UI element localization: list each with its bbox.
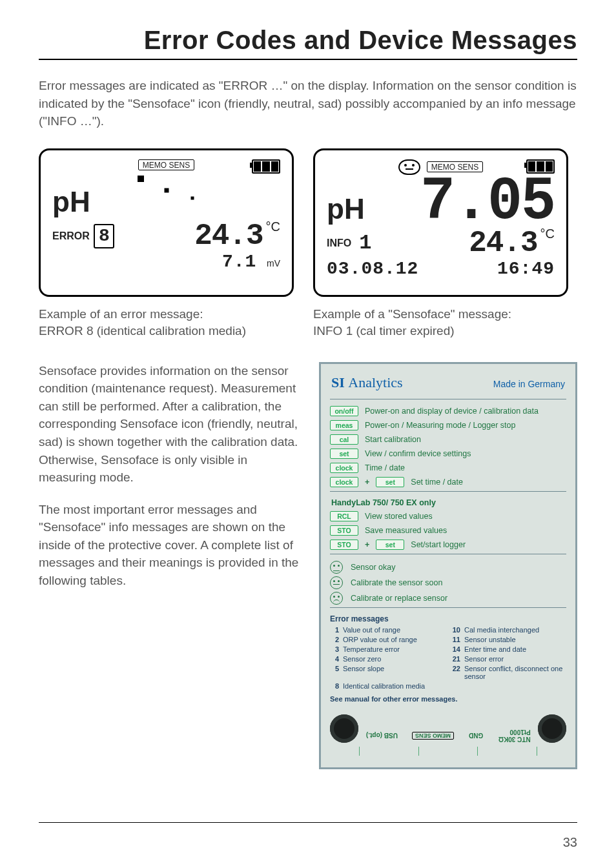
body-text: Sensoface provides information on the se… (39, 362, 300, 604)
quickref-text: View / confirm device settings (365, 449, 471, 458)
quickref-text: Save measured values (365, 526, 447, 535)
caption-left-l1: Example of an error message: (39, 307, 203, 321)
body-p1: Sensoface provides information on the se… (39, 362, 300, 487)
time-value: 16:49 (497, 259, 555, 279)
page-title: Error Codes and Device Messages (144, 26, 577, 54)
quickref-text: View stored values (365, 512, 433, 521)
foot-gnd: GND (469, 732, 483, 739)
key-chip: RCL (330, 511, 358, 521)
key-chip: STO (330, 540, 358, 550)
err-text: Sensor zero (343, 655, 445, 663)
sensoface-text: Calibrate the sensor soon (351, 578, 442, 587)
title-rule (39, 59, 577, 60)
err-text: ORP value out of range (343, 636, 445, 643)
section-handylab: HandyLab 750/ 750 EX only (331, 498, 566, 507)
err-num: 11 (449, 636, 460, 643)
jack-right (538, 714, 566, 743)
brand-prefix: SI (331, 374, 348, 390)
foot-usb: USB (opt.) (366, 732, 398, 739)
foot-ntc: NTC 30KΩ Pt1000 (498, 729, 531, 743)
quickref-row: clockTime / date (330, 463, 566, 473)
quickref-text: Time / date (365, 463, 405, 472)
quickref-row: STO+setSet/start logger (330, 540, 566, 550)
key-chip: meas (330, 420, 358, 430)
sensoface-text: Calibrate or replace sensor (351, 594, 447, 603)
err-num: 3 (330, 645, 339, 653)
key-chip: clock (330, 477, 358, 487)
quickref-text: Power-on and display of device / calibra… (365, 407, 539, 416)
err-num: 10 (449, 626, 460, 634)
caption-left: Example of an error message: ERROR 8 (id… (39, 306, 294, 340)
error-code: 8 (99, 226, 109, 246)
foot-ntc-b: Pt1000 (509, 729, 530, 736)
sensoface-text: Sensor okay (351, 563, 395, 572)
err-num: 5 (330, 665, 339, 680)
info-code: 1 (359, 231, 371, 255)
quickref-row: clock+setSet time / date (330, 477, 566, 487)
see-manual: See manual for other error messages. (330, 695, 566, 703)
sensoface-row: Calibrate the sensor soon (330, 576, 566, 589)
unit-c: °C (266, 219, 280, 234)
quickref-row: calStart calibration (330, 434, 566, 445)
err-text: Temperature error (343, 645, 445, 653)
key-chip: STO (330, 525, 358, 536)
brand-main: Analytics (348, 374, 402, 390)
foot-ntc-a: NTC 30KΩ (498, 736, 531, 743)
face-sad-icon (330, 592, 343, 605)
sensoface-row: Sensor okay (330, 561, 566, 574)
brand: SI Analytics (331, 374, 403, 391)
plus-icon: + (365, 478, 369, 487)
battery-icon (252, 159, 280, 174)
key-chip: set (376, 477, 404, 487)
made-in: Made in Germany (493, 379, 565, 389)
err-num: 14 (449, 645, 460, 653)
ph-label: pH (52, 186, 90, 218)
err-num: 4 (330, 655, 339, 663)
quickref-row: RCLView stored values (330, 511, 566, 521)
key-chip: set (376, 540, 404, 550)
footer-rule (39, 822, 577, 823)
quickref-text: Set/start logger (411, 540, 466, 549)
key-chip: on/off (330, 406, 358, 416)
sensoface-neutral-icon (398, 159, 420, 175)
ph-value: 7.05 (420, 177, 555, 227)
err-num: 2 (330, 636, 339, 643)
caption-right: Example of a "Sensoface" message: INFO 1… (313, 306, 568, 340)
err-text: Sensor unstable (464, 636, 566, 643)
info-label: INFO (327, 237, 351, 249)
err-num: 1 (330, 626, 339, 634)
quickref-row: measPower-on / Measuring mode / Logger s… (330, 420, 566, 430)
foot-memosens: MEMO SENS (412, 732, 454, 740)
err-text: Sensor error (464, 655, 566, 663)
err-text: Value out of range (343, 626, 445, 634)
unit-mv: mV (267, 258, 280, 268)
err-text: Cal media interchanged (464, 626, 566, 634)
err-num: 21 (449, 655, 460, 663)
error-label: ERROR (52, 230, 90, 242)
intro-paragraph: Error messages are indicated as "ERROR …… (39, 77, 577, 130)
quickref-row: setView / confirm device settings (330, 449, 566, 459)
lcd-sensoface-example: MEMO SENS pH 7.05 INFO 1 24.3°C (313, 148, 568, 297)
quickref-text: Set time / date (411, 478, 463, 487)
ph-label: pH (327, 193, 365, 225)
memosens-badge: MEMO SENS (138, 159, 194, 170)
trend-dots (52, 176, 280, 182)
caption-right-l1: Example of a "Sensoface" message: (313, 307, 511, 321)
quickref-text: Power-on / Measuring mode / Logger stop (365, 421, 515, 430)
sensoface-row: Calibrate or replace sensor (330, 592, 566, 605)
jack-left (330, 714, 358, 743)
face-neut-icon (330, 576, 343, 589)
face-happy-icon (330, 561, 343, 574)
key-chip: cal (330, 434, 358, 445)
quickref-row: on/offPower-on and display of device / c… (330, 406, 566, 416)
err-num: 22 (449, 665, 460, 680)
date-value: 03.08.12 (327, 259, 418, 279)
plus-icon: + (365, 540, 369, 549)
mv-value: 7.1 (222, 252, 256, 272)
err-text: Sensor slope (343, 665, 445, 680)
err-text: Sensor conflict, disconnect one sensor (464, 665, 566, 680)
page-number: 33 (563, 835, 577, 850)
key-chip: set (330, 449, 358, 459)
quickref-row: STOSave measured values (330, 525, 566, 536)
lcd-error-example: MEMO SENS pH ERROR 8 24.3°C (39, 148, 294, 297)
